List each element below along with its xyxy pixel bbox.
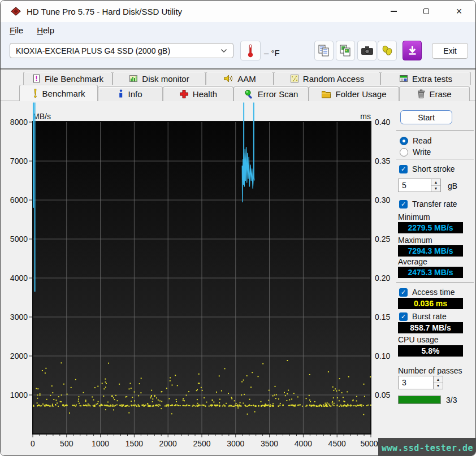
tab-label: Benchmark [42, 89, 85, 98]
passes-value: 3 [399, 376, 433, 389]
main-content: 800070006000500040003000200010000.400.35… [1, 68, 475, 455]
svg-text:!: ! [35, 75, 37, 82]
copy-image-icon [339, 44, 352, 58]
maximum-label: Maximum [398, 236, 432, 245]
pass-progress-fraction: 3/3 [446, 396, 457, 405]
burst-rate-value: 858.7 MB/s [398, 322, 463, 333]
divider [396, 130, 474, 131]
tab-folder-usage[interactable]: Folder Usage [309, 86, 399, 101]
x-tick-label: 0 [31, 439, 35, 448]
tab-file-benchmark[interactable]: !File Benchmark [23, 72, 112, 85]
tab-random-access[interactable]: Random Access [274, 72, 380, 85]
tab-label: Folder Usage [335, 89, 386, 99]
health-hands-button[interactable] [378, 41, 397, 60]
title-bar: HD Tune Pro 5.75 - Hard Disk/SSD Utility… [1, 1, 475, 22]
transfer-rate-checkbox[interactable]: ✓ Transfer rate [399, 199, 457, 209]
tab-health[interactable]: Health [163, 86, 233, 101]
tab-aam[interactable]: AAM [206, 72, 274, 85]
radio-unselected-icon [400, 148, 408, 157]
tab-benchmark[interactable]: Benchmark [19, 85, 98, 101]
short-stroke-size-stepper[interactable]: 5 ▲▼ [398, 179, 441, 192]
tab-label: Info [128, 89, 142, 99]
y-left-tick-label: 7000 [10, 157, 28, 166]
copy-text-icon [318, 44, 330, 58]
cpu-usage-value: 5.8% [398, 345, 463, 357]
y-right-tick-label: 0.30 [375, 196, 390, 205]
checkbox-checked-icon: ✓ [399, 165, 408, 173]
divider [396, 282, 474, 283]
y-left-tick-label: 5000 [10, 234, 28, 244]
stepper-up-icon[interactable]: ▲ [431, 179, 440, 186]
average-value: 2475.3 MB/s [398, 267, 463, 278]
x-tick-label: 3000 [227, 439, 244, 448]
access-time-checkbox[interactable]: ✓ Access time [399, 288, 455, 297]
minimize-button[interactable] [377, 1, 410, 22]
exit-button[interactable]: Exit [432, 43, 468, 59]
x-tick-label: 3500 [261, 439, 278, 448]
menu-file[interactable]: File [10, 25, 23, 35]
watermark: www.ssd-tester.de [378, 438, 476, 456]
benchmark-icon [32, 88, 38, 98]
tab-error-scan[interactable]: Error Scan [233, 86, 309, 101]
y-left-axis-unit: MB/s [33, 112, 51, 121]
benchmark-chart: 800070006000500040003000200010000.400.35… [1, 70, 396, 456]
temperature-button[interactable] [240, 41, 261, 60]
short-stroke-checkbox[interactable]: ✓ Short stroke [399, 164, 455, 173]
access-time-dots [33, 360, 371, 415]
tab-disk-monitor[interactable]: Disk monitor [112, 72, 206, 85]
y-right-tick-label: 0.15 [375, 312, 390, 322]
health-icon [179, 89, 189, 99]
folder-usage-icon [321, 90, 331, 98]
transfer-rate-squiggle [242, 147, 254, 202]
thermometer-icon [246, 44, 254, 58]
y-left-tick-label: 8000 [10, 118, 28, 127]
error-scan-icon [244, 89, 254, 99]
close-button[interactable]: × [443, 1, 475, 22]
aam-icon [223, 74, 233, 83]
benchmark-control-panel: Start Read Write ✓ Short stroke 5 ▲▼ gB [396, 70, 476, 456]
disk-monitor-icon [129, 74, 138, 83]
minimum-label: Minimum [398, 212, 430, 222]
y-left-tick-label: 6000 [10, 196, 28, 205]
read-radio[interactable]: Read [400, 136, 431, 145]
y-right-tick-label: 0.35 [375, 157, 390, 166]
copy-image-button[interactable] [336, 41, 355, 60]
tab-label: Disk monitor [142, 74, 189, 84]
average-label: Average [398, 257, 427, 266]
stepper-down-icon[interactable]: ▼ [431, 186, 440, 192]
screenshot-button[interactable] [357, 41, 377, 60]
gloves-icon [381, 45, 393, 57]
passes-label: Number of passes [398, 366, 462, 375]
checkbox-checked-icon: ✓ [399, 200, 408, 209]
save-button[interactable] [403, 41, 422, 60]
burst-rate-checkbox[interactable]: ✓ Burst rate [399, 312, 447, 321]
checkbox-checked-icon: ✓ [399, 288, 408, 297]
copy-text-button[interactable] [314, 41, 334, 60]
menu-help[interactable]: Help [37, 25, 54, 35]
app-window: HD Tune Pro 5.75 - Hard Disk/SSD Utility… [0, 0, 476, 456]
stepper-down-icon[interactable]: ▼ [434, 383, 443, 389]
stepper-up-icon[interactable]: ▲ [434, 376, 443, 383]
start-button[interactable]: Start [400, 110, 452, 124]
transfer-rate-label: Transfer rate [412, 199, 457, 209]
random-access-icon [290, 74, 299, 83]
y-left-tick-label: 4000 [10, 273, 28, 283]
y-right-tick-label: 0.20 [375, 273, 390, 283]
passes-stepper[interactable]: 3 ▲▼ [398, 376, 443, 389]
divider [396, 159, 474, 159]
x-tick-label: 1000 [92, 439, 109, 448]
tab-label: Health [193, 89, 217, 99]
y-right-axis-unit: ms [360, 112, 371, 121]
window-title: HD Tune Pro 5.75 - Hard Disk/SSD Utility [27, 7, 182, 16]
drive-select-dropdown[interactable]: KIOXIA-EXCERIA PLUS G4 SSD (2000 gB) [10, 43, 233, 58]
y-right-tick-label: 0.10 [375, 351, 390, 361]
write-radio[interactable]: Write [400, 147, 431, 157]
x-tick-label: 2000 [159, 439, 177, 448]
pass-progress-bar [398, 396, 441, 404]
menu-bar: FileHelp [1, 22, 475, 38]
tab-info[interactable]: Info [98, 86, 163, 101]
maximize-button[interactable] [410, 1, 443, 22]
minimize-icon [391, 11, 397, 12]
checkbox-checked-icon: ✓ [399, 312, 408, 321]
x-tick-label: 1500 [126, 439, 143, 448]
